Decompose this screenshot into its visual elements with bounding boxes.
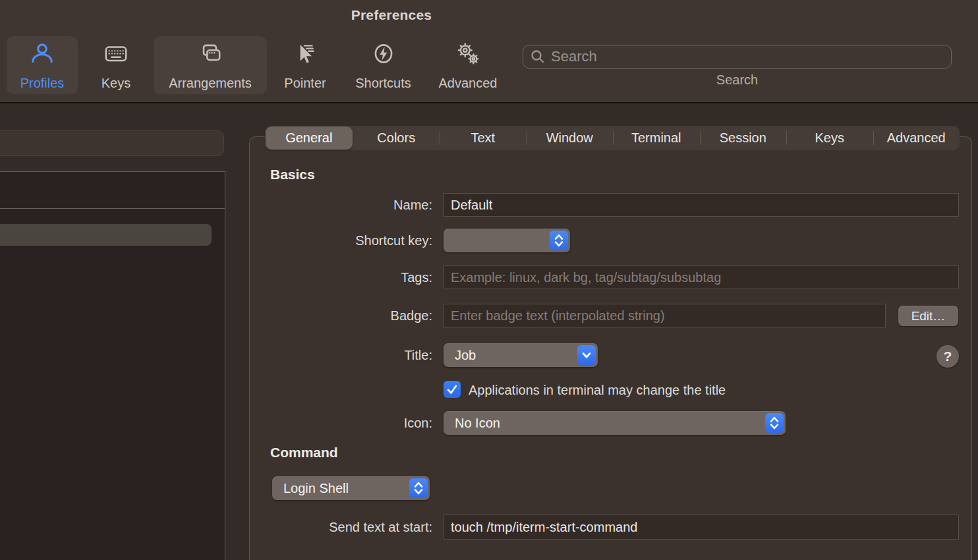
- toolbar-item-keys[interactable]: Keys: [93, 36, 139, 94]
- profiles-list: [0, 171, 225, 560]
- search-icon: [530, 49, 546, 65]
- keyboard-icon: [102, 40, 130, 70]
- preferences-window: Preferences Profiles: [0, 0, 978, 560]
- tab-text[interactable]: Text: [440, 126, 527, 150]
- command-popup[interactable]: Login Shell: [272, 476, 430, 500]
- chevron-down-icon: [577, 345, 596, 365]
- help-button[interactable]: ?: [936, 345, 959, 368]
- send-text-label: Send text at start:: [263, 520, 432, 535]
- gears-icon: [454, 40, 482, 70]
- title-label: Title:: [263, 348, 432, 363]
- general-tab-panel: Basics Name: Shortcut key: Tags: Badge: …: [249, 136, 972, 560]
- profile-tabbar: General Colors Text Window Terminal Sess…: [265, 126, 960, 150]
- updown-chevrons-icon: [550, 231, 568, 250]
- toolbar-item-advanced[interactable]: Advanced: [432, 36, 503, 94]
- command-section-header: Command: [270, 445, 338, 461]
- command-popup-value: Login Shell: [272, 481, 430, 496]
- title-change-checkbox-label: Applications in terminal may change the …: [469, 383, 726, 398]
- toolbar-item-label: Pointer: [284, 76, 326, 90]
- title-popup-value: Job: [444, 348, 598, 363]
- name-label: Name:: [263, 198, 432, 213]
- updown-chevrons-icon: [765, 413, 784, 433]
- icon-popup-value: No Icon: [444, 416, 786, 431]
- shortcut-key-label: Shortcut key:: [263, 233, 432, 248]
- tab-keys[interactable]: Keys: [786, 126, 873, 150]
- tab-session[interactable]: Session: [700, 126, 787, 150]
- tab-general[interactable]: General: [266, 126, 353, 150]
- lightning-bolt-icon: [370, 40, 397, 70]
- toolbar-item-label: Arrangements: [169, 76, 252, 90]
- checkmark-icon: [446, 383, 459, 396]
- tab-window[interactable]: Window: [527, 126, 614, 150]
- toolbar-item-pointer[interactable]: Pointer: [278, 36, 332, 94]
- name-field[interactable]: [444, 193, 959, 217]
- tab-colors[interactable]: Colors: [353, 126, 440, 150]
- badge-label: Badge:: [263, 308, 432, 323]
- badge-edit-button[interactable]: Edit…: [898, 306, 958, 326]
- tab-advanced[interactable]: Advanced: [873, 126, 960, 150]
- toolbar-item-label: Shortcuts: [355, 76, 411, 90]
- toolbar-item-label: Profiles: [20, 76, 65, 90]
- search-caption: Search: [523, 72, 952, 88]
- toolbar-item-profiles[interactable]: Profiles: [7, 36, 78, 94]
- tab-terminal[interactable]: Terminal: [613, 126, 700, 150]
- window-title: Preferences: [293, 7, 490, 23]
- toolbar-search-field[interactable]: [523, 45, 952, 69]
- tags-field[interactable]: [444, 266, 959, 289]
- profiles-filter-field[interactable]: [0, 130, 224, 156]
- icon-popup[interactable]: No Icon: [444, 411, 786, 435]
- tags-label: Tags:: [263, 270, 432, 285]
- window-arrangements-icon: [196, 40, 224, 70]
- title-popup[interactable]: Job: [444, 343, 598, 367]
- person-icon: [28, 40, 56, 70]
- toolbar-item-label: Advanced: [439, 76, 498, 90]
- icon-label: Icon:: [263, 416, 432, 431]
- toolbar: Preferences Profiles: [0, 0, 978, 103]
- toolbar-item-arrangements[interactable]: Arrangements: [154, 36, 267, 94]
- profiles-list-header: [0, 172, 225, 209]
- toolbar-item-label: Keys: [101, 76, 130, 90]
- pointer-icon: [291, 40, 319, 70]
- send-text-field[interactable]: [444, 515, 959, 540]
- badge-field[interactable]: [444, 304, 886, 327]
- shortcut-key-popup[interactable]: [444, 229, 570, 252]
- profile-row-selected[interactable]: [0, 224, 212, 246]
- updown-chevrons-icon: [409, 478, 428, 498]
- basics-section-header: Basics: [270, 167, 315, 182]
- search-input[interactable]: [551, 48, 944, 65]
- toolbar-item-shortcuts[interactable]: Shortcuts: [348, 36, 418, 94]
- title-change-checkbox[interactable]: [444, 381, 461, 398]
